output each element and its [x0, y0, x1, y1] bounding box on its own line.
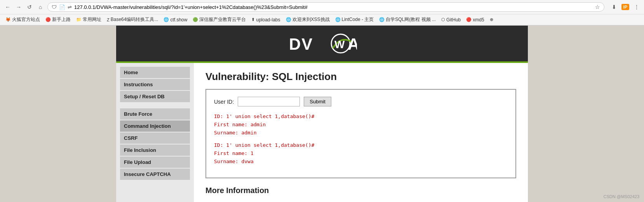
submit-button[interactable]: Submit [304, 97, 331, 106]
result-line-1-1: ID: 1' union select 1,database()# [214, 113, 508, 121]
bookmark-xinshou-label: 新手上路 [52, 16, 71, 23]
svg-text:W: W [334, 38, 345, 50]
dvwa-logo: DV W A [287, 32, 357, 55]
shenxin-icon: 🟢 [193, 17, 198, 22]
result-block-1: ID: 1' union select 1,database()# First … [214, 113, 508, 137]
address-bar-container[interactable]: 🛡 📄 ⇌ ☆ [47, 2, 604, 12]
result-line-2-1: ID: 1' union select 1,database()# [214, 141, 508, 150]
more-bookmarks-icon: ⊕ [490, 17, 493, 22]
sidebar-item-home[interactable]: Home [120, 67, 190, 78]
bookmark-changyong[interactable]: 📁 常用网址 [74, 16, 104, 24]
forward-button[interactable]: → [14, 2, 23, 12]
browser-toolbar: ← → ↺ ⌂ 🛡 📄 ⇌ ☆ ⬇ IP ⋮ [0, 0, 644, 14]
doc-icon: 📄 [59, 4, 65, 10]
more-info-title: More Information [205, 186, 516, 195]
bookmark-upload-label: upload-labs [256, 17, 280, 23]
toolbar-icons: ⬇ IP ⋮ [610, 3, 641, 11]
upload-icon: ⬆ [251, 17, 255, 22]
sidebar-item-brute-force[interactable]: Brute Force [120, 108, 190, 120]
ctfshow-icon: 🌐 [164, 17, 169, 22]
result-line-1-2: First name: admin [214, 121, 508, 129]
bookmark-xmd5[interactable]: 🔴 xmd5 [464, 16, 486, 23]
bookmark-huwang-label: 火狐官方站点 [12, 16, 40, 23]
svg-text:A: A [348, 35, 357, 53]
bookmark-changyong-label: 常用网址 [83, 16, 101, 23]
bookmark-lintcode[interactable]: 🌐 LintCode - 主页 [333, 16, 376, 24]
page-wrapper: DV W A Home Instructions Setup / Reset [0, 26, 644, 202]
xinshou-icon: 🔴 [45, 17, 51, 22]
bookmark-ctfshow[interactable]: 🌐 ctf.show [161, 16, 190, 23]
dvwa-logo-svg: DV W A [287, 32, 357, 55]
svg-text:DV: DV [289, 35, 313, 53]
lintcode-icon: 🌐 [335, 17, 341, 22]
form-row: User ID: Submit [214, 97, 508, 106]
page-title: Vulnerability: SQL Injection [205, 71, 516, 83]
sidebar-group-vulnerabilities: Brute Force Command Injection CSRF File … [120, 108, 190, 180]
sql-icon: 🌐 [379, 17, 385, 22]
star-icon[interactable]: ☆ [595, 4, 600, 10]
csdn-badge: CSDN @MS02423 [604, 194, 639, 199]
result-block-2: ID: 1' union select 1,database()# First … [214, 141, 508, 165]
dvwa-content: Vulnerability: SQL Injection User ID: Su… [194, 63, 528, 202]
sidebar-group-top: Home Instructions Setup / Reset DB [120, 67, 190, 102]
sidebar-item-file-upload[interactable]: File Upload [120, 157, 190, 168]
reload-button[interactable]: ↺ [25, 2, 34, 12]
base64-icon: Z [107, 17, 110, 22]
bookmark-sql-label: 自学SQL网(教程 视频 ... [386, 16, 436, 23]
back-button[interactable]: ← [3, 2, 12, 12]
bookmark-ctfshow-label: ctf.show [170, 17, 187, 23]
bookmark-github[interactable]: ⬡ GitHub [439, 16, 463, 23]
sql-injection-box: User ID: Submit ID: 1' union select 1,da… [205, 89, 516, 178]
browser-chrome: ← → ↺ ⌂ 🛡 📄 ⇌ ☆ ⬇ IP ⋮ 🦊 火狐官方站点 🔴 新手上路 [0, 0, 644, 26]
dvwa-sidebar: Home Instructions Setup / Reset DB Brute… [116, 63, 194, 202]
sidebar-item-insecure-captcha[interactable]: Insecure CAPTCHA [120, 169, 190, 180]
result-line-2-3: Surname: dvwa [214, 158, 508, 166]
xss-icon: 🌐 [286, 17, 291, 22]
bookmark-shenxin[interactable]: 🟢 深信服产业教育云平台 [190, 16, 248, 24]
bookmark-xss[interactable]: 🌐 欢迎来到XSS挑战 [284, 16, 332, 24]
ip-badge: IP [621, 4, 629, 10]
sidebar-item-setup[interactable]: Setup / Reset DB [120, 91, 190, 102]
rf-icon: ⇌ [68, 4, 72, 10]
sidebar-item-instructions[interactable]: Instructions [120, 79, 190, 90]
huwang-icon: 🦊 [5, 17, 11, 22]
bookmark-upload[interactable]: ⬆ upload-labs [249, 16, 282, 23]
bookmark-xinshou[interactable]: 🔴 新手上路 [43, 16, 73, 24]
sidebar-item-command-injection[interactable]: Command Injection [120, 120, 190, 132]
address-input[interactable] [74, 4, 593, 10]
shield-icon: 🛡 [52, 4, 57, 10]
result-line-2-2: First name: 1 [214, 150, 508, 158]
bookmarks-bar: 🦊 火狐官方站点 🔴 新手上路 📁 常用网址 Z Base64编码转换工具...… [0, 14, 644, 25]
bookmark-lintcode-label: LintCode - 主页 [342, 16, 374, 23]
user-id-label: User ID: [214, 99, 234, 105]
bookmark-xmd5-label: xmd5 [473, 17, 484, 23]
sidebar-item-csrf[interactable]: CSRF [120, 132, 190, 144]
sidebar-item-file-inclusion[interactable]: File Inclusion [120, 145, 190, 156]
bookmark-xss-label: 欢迎来到XSS挑战 [292, 16, 330, 23]
more-icon[interactable]: ⋮ [632, 3, 641, 11]
dvwa-container: DV W A Home Instructions Setup / Reset [116, 26, 528, 202]
xmd5-icon: 🔴 [466, 17, 472, 22]
nav-buttons: ← → ↺ ⌂ [3, 2, 45, 12]
dvwa-header: DV W A [116, 26, 528, 63]
user-id-input[interactable] [238, 97, 300, 106]
changyong-icon: 📁 [76, 17, 82, 22]
download-icon[interactable]: ⬇ [610, 3, 618, 11]
bookmark-shenxin-label: 深信服产业教育云平台 [199, 16, 246, 23]
dvwa-main: Home Instructions Setup / Reset DB Brute… [116, 63, 528, 202]
bookmark-more[interactable]: ⊕ [487, 16, 496, 23]
github-icon: ⬡ [441, 17, 445, 22]
result-line-1-3: Surname: admin [214, 129, 508, 137]
home-button[interactable]: ⌂ [36, 2, 45, 12]
bookmark-github-label: GitHub [446, 17, 461, 23]
bookmark-base64[interactable]: Z Base64编码转换工具... [104, 16, 160, 24]
bookmark-base64-label: Base64编码转换工具... [111, 16, 158, 23]
bookmark-huwang[interactable]: 🦊 火狐官方站点 [3, 16, 42, 24]
sidebar-divider [120, 105, 190, 108]
bookmark-sql[interactable]: 🌐 自学SQL网(教程 视频 ... [377, 16, 438, 24]
